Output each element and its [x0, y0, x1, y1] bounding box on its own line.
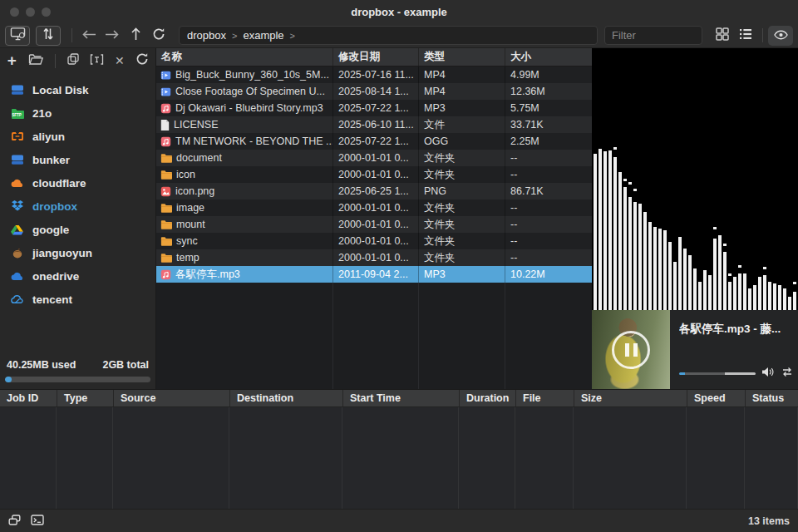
breadcrumb[interactable]: dropbox > example > — [179, 26, 598, 45]
spectrum-peak-dot — [623, 179, 627, 181]
refresh-button[interactable] — [147, 26, 170, 46]
spectrum-bar — [594, 48, 597, 310]
sidebar-item-jianguoyun[interactable]: jianguoyun — [0, 241, 155, 264]
terminal-button[interactable] — [31, 514, 44, 529]
transfer-col-speed[interactable]: Speed — [687, 390, 745, 406]
seek-bar[interactable] — [679, 372, 756, 375]
volume-icon[interactable] — [761, 366, 775, 381]
spectrum-bar — [723, 48, 727, 310]
transfer-col-status[interactable]: Status — [745, 390, 798, 406]
file-row[interactable]: document2000-01-01 0...文件夹-- — [156, 150, 592, 166]
file-row[interactable]: 各駅停车.mp32011-09-04 2...MP310.22M — [156, 266, 592, 283]
sidebar-item-label: 21o — [32, 107, 52, 120]
spectrum-bar — [753, 48, 756, 310]
spectrum-bar — [748, 48, 751, 310]
transfer-col-start-time[interactable]: Start Time — [342, 390, 459, 406]
file-row[interactable]: image2000-01-01 0...文件夹-- — [156, 200, 592, 216]
audio-visualizer — [592, 48, 798, 310]
sidebar-item-tencent[interactable]: tencent — [0, 288, 155, 311]
file-row[interactable]: mount2000-01-01 0...文件夹-- — [156, 216, 592, 233]
link-windows-button[interactable] — [8, 514, 21, 529]
album-art[interactable] — [592, 310, 670, 389]
up-button[interactable] — [124, 26, 147, 46]
column-header-date[interactable]: 修改日期 — [332, 48, 418, 66]
column-divider — [229, 407, 342, 509]
delete-connection-button[interactable]: ✕ — [115, 53, 126, 68]
column-divider — [418, 283, 419, 389]
file-row[interactable]: TM NETWORK - BEYOND THE ...2025-07-22 1.… — [156, 133, 592, 150]
transfer-col-job-id[interactable]: Job ID — [0, 390, 57, 406]
transfer-col-type[interactable]: Type — [57, 390, 113, 406]
file-row[interactable]: icon.png2025-06-25 1...PNG86.71K — [156, 183, 592, 200]
close-button[interactable] — [10, 7, 19, 17]
arrow-right-icon — [105, 28, 120, 43]
sidebar-item-dropbox[interactable]: dropbox — [0, 195, 155, 218]
breadcrumb-item[interactable]: dropbox — [187, 29, 226, 42]
spectrum-bar — [728, 48, 732, 310]
transfer-col-destination[interactable]: Destination — [229, 390, 342, 406]
add-connection-button[interactable]: + — [7, 53, 17, 68]
transfer-col-source[interactable]: Source — [113, 390, 229, 406]
file-type: MP4 — [418, 83, 505, 100]
file-name: Close Footage Of Specimen U... — [175, 83, 325, 100]
copy-connection-button[interactable] — [67, 53, 79, 68]
filter-input[interactable] — [604, 26, 702, 45]
file-name: mount — [176, 216, 205, 233]
file-type: 文件夹 — [418, 249, 505, 266]
toolbar-divider — [55, 54, 56, 68]
jianguoyun-icon — [10, 247, 24, 259]
spectrum-peak-dot — [793, 282, 796, 284]
preview-toggle-button[interactable] — [768, 26, 793, 46]
forward-button[interactable] — [101, 26, 124, 46]
pause-button[interactable] — [612, 331, 650, 369]
folder-icon — [160, 170, 172, 180]
sidebar-item-label: jianguoyun — [32, 247, 92, 259]
sidebar-item-onedrive[interactable]: onedrive — [0, 264, 155, 288]
column-header-type[interactable]: 类型 — [418, 48, 505, 66]
sidebar-item-cloudflare[interactable]: cloudflare — [0, 171, 155, 195]
preview-panel: 各駅停车.mp3 - 藤... — [592, 48, 798, 389]
main-toolbar: dropbox > example > — [0, 23, 798, 48]
spectrum-bar — [608, 48, 612, 310]
audio-icon — [160, 136, 171, 147]
breadcrumb-item[interactable]: example — [243, 29, 283, 42]
sidebar-item-google[interactable]: google — [0, 218, 155, 241]
spectrum-bar — [683, 48, 687, 310]
file-row[interactable]: sync2000-01-01 0...文件夹-- — [156, 233, 592, 249]
file-date: 2000-01-01 0... — [332, 216, 418, 233]
spectrum-bar — [768, 48, 771, 310]
file-row[interactable]: Close Footage Of Specimen U...2025-08-14… — [156, 83, 592, 100]
sidebar-item-label: Local Disk — [32, 84, 89, 96]
open-connection-button[interactable] — [28, 53, 43, 68]
file-row[interactable]: LICENSE2025-06-10 11...文件33.71K — [156, 116, 592, 133]
transfer-col-size[interactable]: Size — [574, 390, 687, 406]
transfer-col-file[interactable]: File — [515, 390, 574, 406]
zoom-button[interactable] — [42, 7, 51, 17]
sidebar-item-local-disk[interactable]: Local Disk — [0, 78, 155, 101]
sidebar-item-aliyun[interactable]: aliyun — [0, 125, 155, 148]
file-row[interactable]: temp2000-01-01 0...文件夹-- — [156, 249, 592, 266]
file-row[interactable]: icon2000-01-01 0...文件夹-- — [156, 166, 592, 183]
main-area: + ✕ Local DiskSFTP21oaliyunbunkercloudfl… — [0, 48, 798, 389]
sidebar-item-bunker[interactable]: bunker — [0, 148, 155, 171]
refresh-connections-button[interactable] — [135, 53, 149, 68]
minimize-button[interactable] — [26, 7, 35, 17]
sort-button[interactable] — [36, 26, 61, 46]
loop-icon[interactable] — [781, 366, 794, 381]
folder-icon — [160, 236, 172, 246]
column-header-name[interactable]: 名称 — [156, 48, 332, 66]
file-row[interactable]: Dj Okawari - Bluebird Story.mp32025-07-2… — [156, 100, 592, 116]
transfer-col-duration[interactable]: Duration — [459, 390, 515, 406]
file-type: 文件夹 — [418, 166, 505, 183]
column-divider — [342, 407, 459, 509]
column-header-size[interactable]: 大小 — [505, 48, 592, 66]
eye-icon — [774, 28, 788, 43]
grid-view-button[interactable] — [711, 26, 734, 46]
file-row[interactable]: Big_Buck_Bunny_360_10s_5M...2025-07-16 1… — [156, 66, 592, 83]
rename-connection-button[interactable] — [90, 53, 104, 68]
list-view-button[interactable] — [734, 26, 757, 46]
spectrum-bar — [658, 48, 662, 310]
back-button[interactable] — [77, 26, 101, 46]
sidebar-item-21o[interactable]: SFTP21o — [0, 101, 155, 125]
sessions-button[interactable] — [5, 26, 30, 46]
